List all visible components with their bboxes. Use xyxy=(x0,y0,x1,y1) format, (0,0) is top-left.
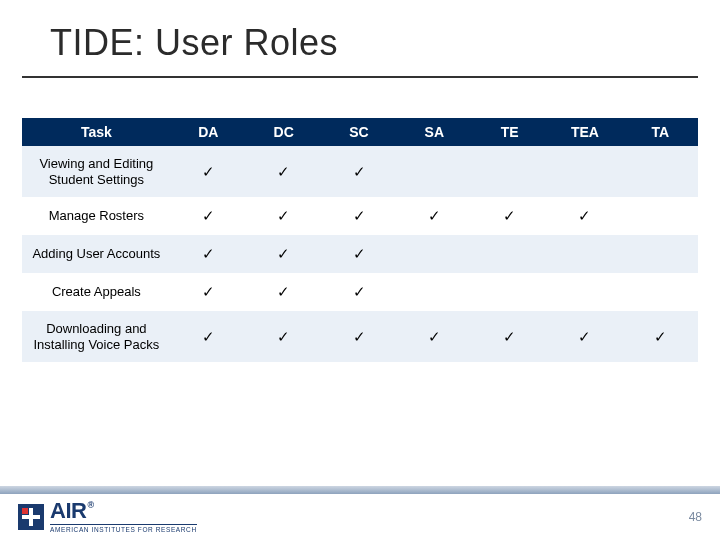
col-header-da: DA xyxy=(171,118,246,146)
logo-registered: ® xyxy=(87,501,93,510)
check-icon: ✓ xyxy=(353,245,366,262)
task-cell: Viewing and Editing Student Settings xyxy=(22,146,171,197)
cell xyxy=(397,235,472,273)
table-header-row: Task DA DC SC SA TE TEA TA xyxy=(22,118,698,146)
check-icon: ✓ xyxy=(202,163,215,180)
check-icon: ✓ xyxy=(503,207,516,224)
table-row: Downloading and Installing Voice Packs ✓… xyxy=(22,311,698,362)
cell xyxy=(472,146,547,197)
cell: ✓ xyxy=(321,273,396,311)
cell: ✓ xyxy=(171,273,246,311)
cell: ✓ xyxy=(547,197,622,235)
logo-main-text: AIR xyxy=(50,500,86,522)
cell: ✓ xyxy=(171,235,246,273)
check-icon: ✓ xyxy=(202,207,215,224)
air-logo: AIR ® AMERICAN INSTITUTES FOR RESEARCH xyxy=(18,500,197,534)
cell xyxy=(623,273,698,311)
check-icon: ✓ xyxy=(578,328,591,345)
logo-sub: AMERICAN INSTITUTES FOR RESEARCH xyxy=(50,524,197,534)
svg-rect-3 xyxy=(22,508,28,514)
cell xyxy=(623,235,698,273)
table-row: Adding User Accounts ✓ ✓ ✓ xyxy=(22,235,698,273)
cell: ✓ xyxy=(321,235,396,273)
cell: ✓ xyxy=(321,311,396,362)
roles-table: Task DA DC SC SA TE TEA TA Viewing and E… xyxy=(22,118,698,362)
table-body: Viewing and Editing Student Settings ✓ ✓… xyxy=(22,146,698,362)
cell: ✓ xyxy=(246,311,321,362)
task-cell: Downloading and Installing Voice Packs xyxy=(22,311,171,362)
check-icon: ✓ xyxy=(277,207,290,224)
col-header-sc: SC xyxy=(321,118,396,146)
table-row: Viewing and Editing Student Settings ✓ ✓… xyxy=(22,146,698,197)
cell xyxy=(397,146,472,197)
table-wrap: Task DA DC SC SA TE TEA TA Viewing and E… xyxy=(0,78,720,362)
cell xyxy=(397,273,472,311)
cell: ✓ xyxy=(246,235,321,273)
page-number: 48 xyxy=(689,510,702,524)
cell xyxy=(547,146,622,197)
cell xyxy=(623,197,698,235)
footer-stripe xyxy=(0,486,720,494)
cell: ✓ xyxy=(171,197,246,235)
col-header-sa: SA xyxy=(397,118,472,146)
footer: AIR ® AMERICAN INSTITUTES FOR RESEARCH 4… xyxy=(0,494,720,540)
page-title: TIDE: User Roles xyxy=(50,22,720,64)
cell xyxy=(547,273,622,311)
cell: ✓ xyxy=(246,273,321,311)
check-icon: ✓ xyxy=(428,328,441,345)
check-icon: ✓ xyxy=(202,283,215,300)
check-icon: ✓ xyxy=(277,328,290,345)
check-icon: ✓ xyxy=(202,328,215,345)
col-header-te: TE xyxy=(472,118,547,146)
cell: ✓ xyxy=(171,146,246,197)
check-icon: ✓ xyxy=(578,207,591,224)
task-cell: Adding User Accounts xyxy=(22,235,171,273)
table-row: Create Appeals ✓ ✓ ✓ xyxy=(22,273,698,311)
cell: ✓ xyxy=(246,197,321,235)
cell xyxy=(472,235,547,273)
check-icon: ✓ xyxy=(428,207,441,224)
slide: TIDE: User Roles Task DA DC SC SA TE TEA… xyxy=(0,0,720,540)
col-header-task: Task xyxy=(22,118,171,146)
check-icon: ✓ xyxy=(202,245,215,262)
check-icon: ✓ xyxy=(353,328,366,345)
col-header-ta: TA xyxy=(623,118,698,146)
logo-main: AIR ® xyxy=(50,500,197,522)
col-header-dc: DC xyxy=(246,118,321,146)
cell: ✓ xyxy=(472,311,547,362)
task-cell: Manage Rosters xyxy=(22,197,171,235)
check-icon: ✓ xyxy=(277,283,290,300)
cell: ✓ xyxy=(171,311,246,362)
cell xyxy=(547,235,622,273)
cell xyxy=(623,146,698,197)
col-header-tea: TEA xyxy=(547,118,622,146)
cell: ✓ xyxy=(547,311,622,362)
cell: ✓ xyxy=(397,311,472,362)
check-icon: ✓ xyxy=(277,245,290,262)
check-icon: ✓ xyxy=(353,207,366,224)
air-logo-icon xyxy=(18,504,44,530)
cell: ✓ xyxy=(321,146,396,197)
cell: ✓ xyxy=(246,146,321,197)
logo-text: AIR ® AMERICAN INSTITUTES FOR RESEARCH xyxy=(50,500,197,534)
svg-rect-2 xyxy=(22,515,40,519)
title-wrap: TIDE: User Roles xyxy=(0,0,720,70)
table-row: Manage Rosters ✓ ✓ ✓ ✓ ✓ ✓ xyxy=(22,197,698,235)
check-icon: ✓ xyxy=(353,283,366,300)
check-icon: ✓ xyxy=(503,328,516,345)
check-icon: ✓ xyxy=(353,163,366,180)
cell: ✓ xyxy=(321,197,396,235)
cell: ✓ xyxy=(623,311,698,362)
cell: ✓ xyxy=(397,197,472,235)
cell xyxy=(472,273,547,311)
task-cell: Create Appeals xyxy=(22,273,171,311)
check-icon: ✓ xyxy=(277,163,290,180)
cell: ✓ xyxy=(472,197,547,235)
check-icon: ✓ xyxy=(654,328,667,345)
